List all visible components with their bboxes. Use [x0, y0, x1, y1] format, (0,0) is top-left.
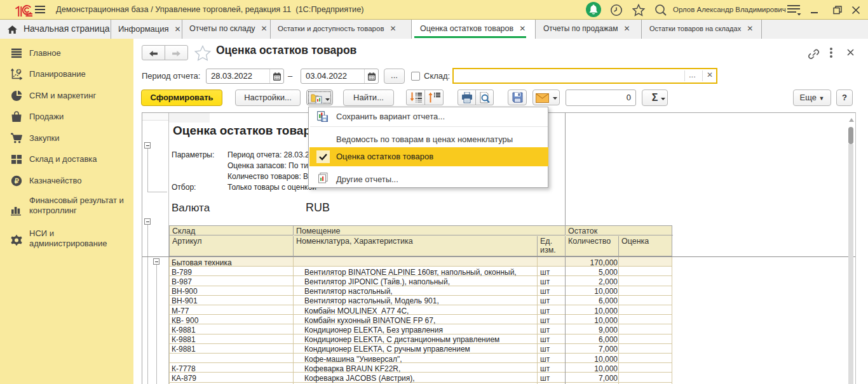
svg-text:₽: ₽ [15, 177, 19, 185]
svg-text:₽: ₽ [17, 69, 20, 74]
